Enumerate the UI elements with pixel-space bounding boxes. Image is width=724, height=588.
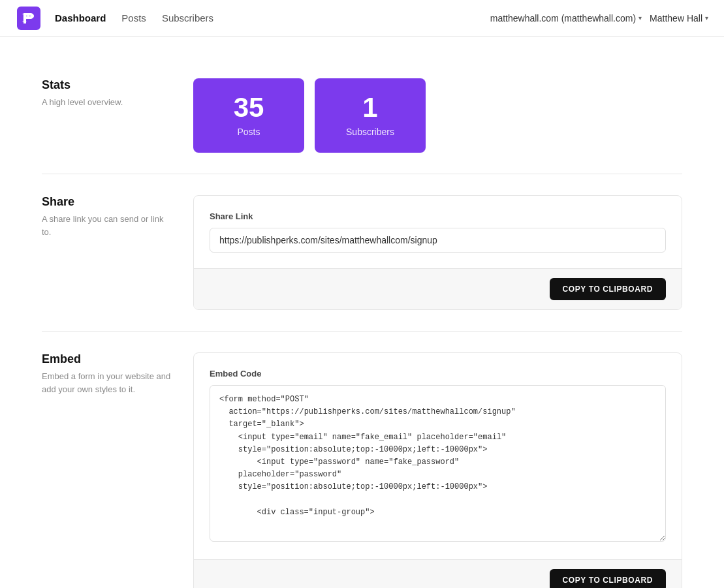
navbar: P Dashboard Posts Subscribers matthewhal…: [0, 0, 724, 37]
nav-links: Dashboard Posts Subscribers: [55, 12, 490, 23]
stats-title: Stats: [42, 78, 172, 92]
stats-left: Stats A high level overview.: [42, 78, 172, 109]
embed-card: Embed Code COPY TO CLIPBOARD: [193, 352, 682, 588]
share-title: Share: [42, 195, 172, 209]
share-card-footer: COPY TO CLIPBOARD: [194, 268, 682, 309]
site-selector-value: matthewhall.com (matthewhall.com): [490, 13, 636, 23]
embed-desc: Embed a form in your website and add you…: [42, 370, 172, 395]
share-card-body: Share Link: [194, 196, 682, 268]
share-desc: A share link you can send or link to.: [42, 213, 172, 238]
nav-posts[interactable]: Posts: [121, 12, 146, 23]
share-copy-button[interactable]: COPY TO CLIPBOARD: [550, 278, 666, 300]
logo[interactable]: P: [16, 5, 42, 31]
embed-code-textarea[interactable]: [210, 385, 666, 542]
user-selector[interactable]: Matthew Hall ▾: [650, 13, 708, 23]
stats-cards: 35 Posts 1 Subscribers: [193, 78, 682, 153]
embed-code-label: Embed Code: [210, 369, 666, 379]
share-link-label: Share Link: [210, 211, 666, 221]
stat-posts-label: Posts: [219, 127, 278, 137]
user-selector-chevron: ▾: [705, 14, 708, 22]
main-content: Stats A high level overview. 35 Posts 1 …: [0, 37, 724, 588]
embed-card-footer: COPY TO CLIPBOARD: [194, 559, 682, 588]
site-selector[interactable]: matthewhall.com (matthewhall.com) ▾: [490, 13, 642, 23]
navbar-right: matthewhall.com (matthewhall.com) ▾ Matt…: [490, 13, 708, 23]
svg-text:P: P: [22, 12, 29, 25]
embed-section: Embed Embed a form in your website and a…: [42, 331, 682, 588]
stat-card-posts: 35 Posts: [193, 78, 304, 153]
share-left: Share A share link you can send or link …: [42, 195, 172, 238]
embed-layout: Embed Embed a form in your website and a…: [42, 352, 682, 588]
stats-layout: Stats A high level overview. 35 Posts 1 …: [42, 78, 682, 153]
stat-subscribers-number: 1: [341, 94, 400, 121]
user-selector-value: Matthew Hall: [650, 13, 702, 23]
embed-title: Embed: [42, 352, 172, 366]
share-section: Share A share link you can send or link …: [42, 174, 682, 331]
stats-desc: A high level overview.: [42, 96, 172, 109]
nav-dashboard[interactable]: Dashboard: [55, 12, 106, 23]
stat-subscribers-label: Subscribers: [341, 127, 400, 137]
share-link-input[interactable]: [210, 228, 666, 253]
site-selector-chevron: ▾: [638, 14, 642, 22]
embed-left: Embed Embed a form in your website and a…: [42, 352, 172, 395]
share-layout: Share A share link you can send or link …: [42, 195, 682, 310]
stats-section: Stats A high level overview. 35 Posts 1 …: [42, 57, 682, 174]
stat-card-subscribers: 1 Subscribers: [315, 78, 426, 153]
embed-right: Embed Code COPY TO CLIPBOARD: [193, 352, 682, 588]
share-right: Share Link COPY TO CLIPBOARD: [193, 195, 682, 310]
share-card: Share Link COPY TO CLIPBOARD: [193, 195, 682, 310]
embed-copy-button[interactable]: COPY TO CLIPBOARD: [550, 569, 666, 588]
stats-right: 35 Posts 1 Subscribers: [193, 78, 682, 153]
stat-posts-number: 35: [219, 94, 278, 121]
embed-card-body: Embed Code: [194, 353, 682, 559]
nav-subscribers[interactable]: Subscribers: [162, 12, 213, 23]
